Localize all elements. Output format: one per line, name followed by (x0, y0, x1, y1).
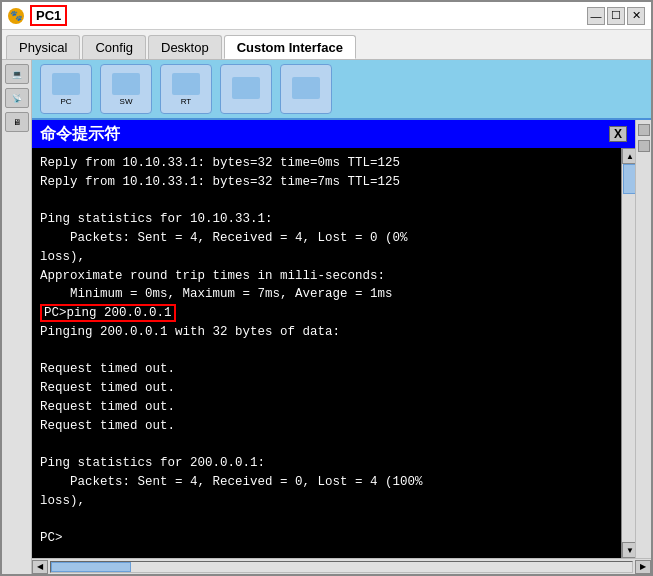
nav-tabs: Physical Config Desktop Custom Interface (2, 30, 651, 60)
scroll-left-button[interactable]: ◀ (32, 560, 48, 574)
device-chip-2[interactable]: SW (100, 64, 152, 114)
sidebar-device-3[interactable]: 🖥 (5, 112, 29, 132)
left-sidebar: 💻 📡 🖥 (2, 60, 32, 574)
cmd-title: 命令提示符 (40, 124, 120, 145)
close-button[interactable]: ✕ (627, 7, 645, 25)
tab-config[interactable]: Config (82, 35, 146, 59)
scroll-up-button[interactable]: ▲ (622, 148, 635, 164)
cmd-after-output: Pinging 200.0.0.1 with 32 bytes of data:… (40, 325, 423, 545)
hscroll-thumb[interactable] (51, 562, 131, 572)
device-chip-1[interactable]: PC (40, 64, 92, 114)
device-chip-icon-3 (172, 73, 200, 95)
device-chip-5[interactable] (280, 64, 332, 114)
scroll-down-button[interactable]: ▼ (622, 542, 635, 558)
cmd-titlebar: 命令提示符 X (32, 120, 635, 148)
tab-custom-interface[interactable]: Custom Interface (224, 35, 356, 59)
app-icon: 🐾 (8, 8, 24, 24)
vertical-scrollbar[interactable]: ▲ ▼ (621, 148, 635, 558)
device-chip-4[interactable] (220, 64, 272, 114)
device-chip-icon-2 (112, 73, 140, 95)
cmd-initial-output: Reply from 10.10.33.1: bytes=32 time=0ms… (40, 156, 408, 301)
right-sidebar-btn-2[interactable] (638, 140, 650, 152)
title-bar: 🐾 PC1 — ☐ ✕ (2, 2, 651, 30)
scroll-track (622, 164, 635, 542)
hscroll-track (50, 561, 633, 573)
cmd-pre-output: Reply from 10.10.33.1: bytes=32 time=0ms… (40, 154, 613, 548)
device-chip-icon-5 (292, 77, 320, 99)
tab-physical[interactable]: Physical (6, 35, 80, 59)
cmd-command: PC>ping 200.0.0.1 (40, 304, 176, 322)
device-chip-3[interactable]: RT (160, 64, 212, 114)
device-chip-icon-1 (52, 73, 80, 95)
minimize-button[interactable]: — (587, 7, 605, 25)
devices-strip: PC SW RT (32, 60, 651, 120)
content-area: 💻 📡 🖥 PC SW RT (2, 60, 651, 574)
cmd-close-button[interactable]: X (609, 126, 627, 142)
right-sidebar-btn-1[interactable] (638, 124, 650, 136)
sidebar-device-1[interactable]: 💻 (5, 64, 29, 84)
cmd-window: 命令提示符 X Reply from 10.10.33.1: bytes=32 … (32, 120, 635, 558)
scroll-thumb[interactable] (623, 164, 635, 194)
window-controls: — ☐ ✕ (587, 7, 645, 25)
horizontal-scrollbar: ◀ ▶ (32, 558, 651, 574)
scroll-right-button[interactable]: ▶ (635, 560, 651, 574)
tab-desktop[interactable]: Desktop (148, 35, 222, 59)
main-window: 🐾 PC1 — ☐ ✕ Physical Config Desktop Cust… (0, 0, 653, 576)
device-chip-icon-4 (232, 77, 260, 99)
restore-button[interactable]: ☐ (607, 7, 625, 25)
sidebar-device-2[interactable]: 📡 (5, 88, 29, 108)
window-title: PC1 (30, 5, 67, 26)
main-content: PC SW RT (32, 60, 651, 574)
cmd-content[interactable]: Reply from 10.10.33.1: bytes=32 time=0ms… (32, 148, 621, 558)
right-sidebar (635, 120, 651, 558)
